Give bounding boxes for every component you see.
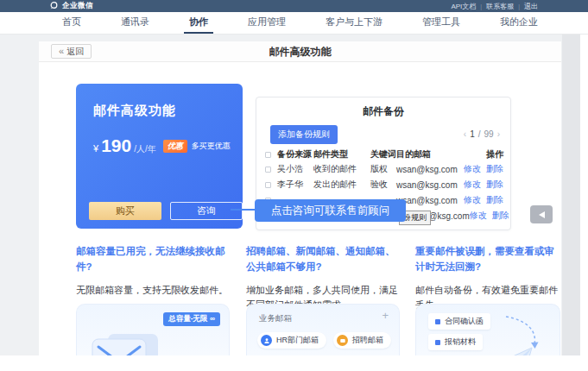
- doc-icon: [435, 340, 440, 345]
- price-row: ¥ 190 /人/年 优惠 多买更优惠: [93, 135, 231, 156]
- capacity-badge: 总容量-无限 ∞: [163, 312, 220, 326]
- edit-link[interactable]: 修改: [464, 179, 481, 191]
- table-row: 吴小浩 收到的邮件 版权 wsan@ksg.com 修改删除: [265, 161, 503, 177]
- promo-title: 邮件高级功能: [93, 103, 176, 119]
- price-amount: 190: [101, 135, 131, 156]
- header-type: 邮件类型: [313, 148, 370, 160]
- nav-item-customers[interactable]: 客户与上下游: [320, 12, 388, 34]
- cell-type: 发出的邮件: [313, 179, 370, 191]
- header-target: 目的邮箱: [396, 148, 450, 160]
- back-label: 返回: [66, 46, 84, 58]
- header-keyword: 关键词: [370, 148, 396, 160]
- nav-item-collaboration[interactable]: 协作: [184, 12, 213, 34]
- doc-icon: [435, 319, 440, 324]
- feature-backup: 重要邮件被误删，需要查看或审计时无法回溯? 邮件自动备份，有效避免重要邮件丢失。: [415, 244, 560, 313]
- add-backup-rule-button[interactable]: 添加备份规则: [270, 125, 338, 144]
- contact-support-link[interactable]: 联系客服: [486, 2, 514, 11]
- delete-link[interactable]: 删除: [486, 179, 503, 191]
- current-page: 1: [470, 129, 475, 139]
- delete-link[interactable]: 删除: [486, 163, 503, 175]
- business-mailbox-title: 业务邮箱: [259, 313, 292, 324]
- pill-label: 报销材料: [445, 336, 476, 348]
- window-margin-bottom: [0, 355, 588, 371]
- nav-item-home[interactable]: 首页: [57, 12, 86, 34]
- page-separator: /: [478, 129, 481, 139]
- pill-label: 招聘邮箱: [352, 335, 383, 346]
- table-row: 李子华 发出的邮件 验收 wsan@ksg.com 修改删除: [265, 177, 503, 192]
- header-source: 备份来源: [277, 148, 313, 160]
- consult-tooltip: 点击咨询可联系售前顾问: [255, 199, 406, 222]
- back-icon: «: [59, 47, 64, 56]
- discount-note: 多买更优惠: [192, 141, 231, 152]
- cell-target: wsan@ksg.com: [396, 180, 458, 190]
- brand-logo[interactable]: 企业微信: [49, 1, 93, 12]
- mailbox-pills: HR部门邮箱 招聘邮箱: [257, 332, 391, 349]
- row-checkbox[interactable]: [265, 167, 271, 173]
- select-all-checkbox[interactable]: [265, 152, 271, 158]
- cell-source: 李子华: [277, 179, 313, 191]
- prev-page-icon[interactable]: ‹: [464, 129, 466, 139]
- collapse-handle[interactable]: [530, 205, 553, 223]
- person-icon: [261, 335, 272, 346]
- cell-type: 收到的邮件: [313, 163, 370, 175]
- header-actions: 操作: [486, 148, 503, 160]
- doc-pill-expense: 报销材料: [428, 334, 483, 350]
- cell-target: wsan@ksg.com: [396, 165, 458, 174]
- promo-card: 邮件高级功能 ¥ 190 /人/年 优惠 多买更优惠 购买 咨询: [76, 84, 243, 229]
- toolbar: 邮件高级功能 « 返回: [39, 41, 561, 62]
- edit-link[interactable]: 修改: [464, 163, 481, 175]
- table-header-row: 备份来源 邮件类型 关键词 目的邮箱 操作: [265, 148, 503, 161]
- feature-capacity: 邮箱容量已用完，无法继续接收邮件? 无限邮箱容量，支持无限收发邮件。: [76, 244, 230, 298]
- edit-link[interactable]: 修改: [464, 194, 481, 206]
- discount-badge: 优惠: [163, 140, 187, 153]
- mailbox-pill-hr: HR部门邮箱: [257, 332, 326, 349]
- buy-button[interactable]: 购买: [89, 202, 161, 220]
- app-window: 企业微信 API文档 | 联系客服 | 退出 首页 通讯录 协作 应用管理 客户…: [0, 0, 588, 371]
- nav-item-apps[interactable]: 应用管理: [243, 12, 291, 34]
- feature-title: 重要邮件被误删，需要查看或审计时无法回溯?: [415, 244, 560, 275]
- topbar: 企业微信 API文档 | 联系客服 | 退出: [0, 0, 588, 12]
- mailbox-icon: [337, 335, 348, 346]
- main-nav: 首页 通讯录 协作 应用管理 客户与上下游 管理工具 我的企业: [0, 12, 588, 35]
- total-pages: 99: [484, 129, 494, 139]
- delete-link[interactable]: 删除: [486, 194, 503, 206]
- brand-name: 企业微信: [62, 1, 93, 11]
- pagination: ‹ 1 / 99 ›: [464, 129, 500, 139]
- page-title: 邮件高级功能: [39, 41, 561, 62]
- wechat-work-logo-icon: [49, 1, 59, 12]
- content-area: 邮件高级功能 « 返回 邮件高级功能 ¥ 190 /人/年 优惠 多买更优惠 购…: [39, 41, 561, 355]
- back-button[interactable]: « 返回: [51, 44, 92, 59]
- feature-body: 无限邮箱容量，支持无限收发邮件。: [76, 283, 230, 299]
- feature-title: 招聘邮箱、新闻邮箱、通知邮箱、公共邮箱不够用?: [246, 244, 400, 275]
- row-checkbox[interactable]: [265, 182, 271, 188]
- pill-label: 合同确认函: [445, 316, 484, 327]
- panel-title: 邮件备份: [256, 104, 510, 119]
- next-page-icon[interactable]: ›: [497, 129, 500, 139]
- tooltip-connector: [231, 209, 256, 211]
- nav-item-contacts[interactable]: 通讯录: [116, 12, 155, 34]
- cell-source: 吴小浩: [277, 163, 313, 175]
- divider: |: [518, 3, 520, 9]
- topbar-links: API文档 | 联系客服 | 退出: [451, 2, 538, 11]
- scrollbar-track[interactable]: [562, 35, 580, 355]
- delete-link[interactable]: 删除: [492, 210, 509, 222]
- cell-keyword: 验收: [370, 179, 396, 191]
- edit-link[interactable]: 修改: [470, 210, 487, 222]
- price-unit: /人/年: [134, 143, 156, 155]
- pill-label: HR部门邮箱: [276, 335, 319, 346]
- cell-keyword: 版权: [370, 163, 396, 175]
- api-docs-link[interactable]: API文档: [451, 2, 476, 11]
- nav-item-my-company[interactable]: 我的企业: [495, 12, 543, 34]
- doc-pill-contract: 合同确认函: [428, 313, 490, 330]
- consult-button[interactable]: 咨询: [170, 202, 243, 220]
- plus-icon: +: [382, 309, 389, 322]
- promo-buttons: 购买 咨询: [89, 202, 243, 220]
- window-margin-right: [580, 35, 588, 371]
- divider: |: [480, 3, 482, 9]
- mailbox-pill-recruit: 招聘邮箱: [333, 332, 391, 349]
- feature-title: 邮箱容量已用完，无法继续接收邮件?: [76, 244, 230, 275]
- logout-link[interactable]: 退出: [524, 2, 538, 11]
- nav-item-admin-tools[interactable]: 管理工具: [417, 12, 465, 34]
- currency-symbol: ¥: [93, 143, 98, 154]
- feature-business-mailbox: 招聘邮箱、新闻邮箱、通知邮箱、公共邮箱不够用? 增加业务邮箱，多人共同使用，满足…: [246, 244, 400, 313]
